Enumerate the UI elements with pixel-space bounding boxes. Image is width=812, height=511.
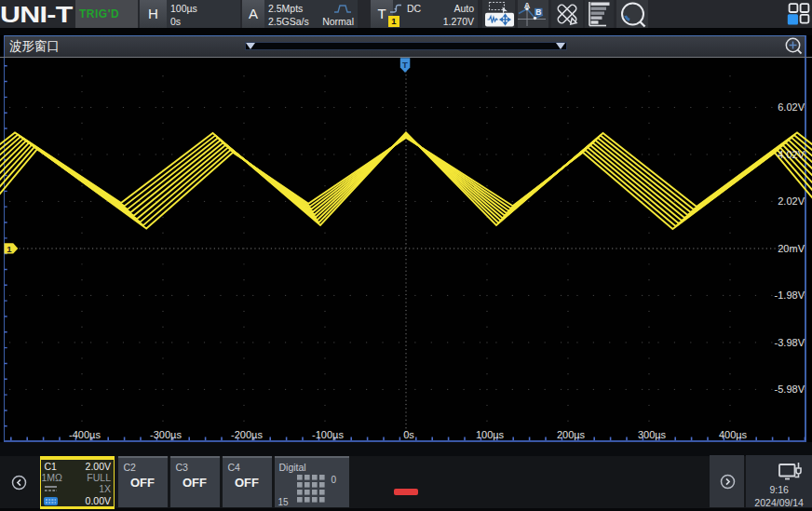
svg-text:-300µs: -300µs (150, 429, 182, 440)
svg-text:300µs: 300µs (638, 429, 667, 440)
svg-text:20mV: 20mV (778, 243, 805, 254)
svg-text:T: T (402, 60, 408, 70)
svg-text:-400µs: -400µs (69, 429, 101, 440)
svg-text:6.02V: 6.02V (778, 101, 805, 113)
svg-text:-3.98V: -3.98V (775, 337, 805, 348)
svg-text:100µs: 100µs (476, 429, 505, 440)
svg-text:4.02V: 4.02V (778, 149, 805, 160)
svg-text:-1.98V: -1.98V (775, 289, 805, 301)
svg-text:2.02V: 2.02V (778, 195, 805, 207)
svg-text:400µs: 400µs (719, 429, 748, 440)
svg-text:200µs: 200µs (557, 429, 586, 440)
svg-text:-5.98V: -5.98V (775, 383, 805, 395)
svg-text:-100µs: -100µs (312, 429, 344, 440)
svg-text:0s: 0s (403, 429, 414, 440)
svg-text:-200µs: -200µs (231, 429, 263, 440)
svg-text:1: 1 (7, 244, 12, 254)
